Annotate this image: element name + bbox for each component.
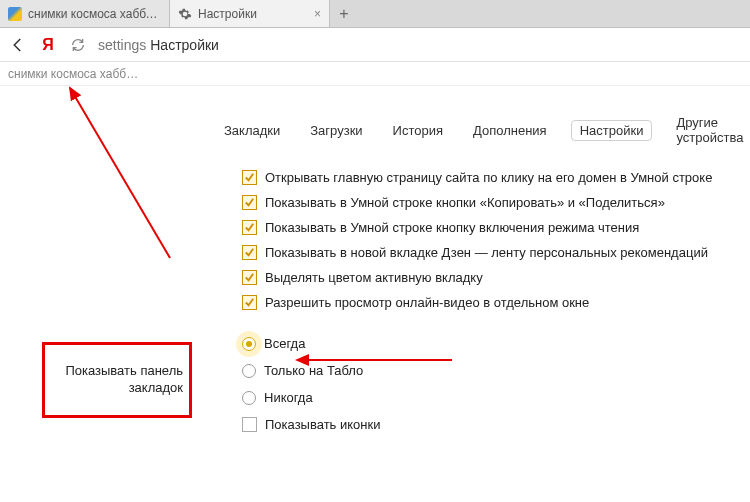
radio-row: Всегда [242,336,740,351]
radio-row: Только на Табло [242,363,740,378]
option-row: Открывать главную страницу сайта по клик… [242,170,740,185]
settings-nav: Закладки Загрузки История Дополнения Нас… [218,112,740,148]
option-row: Показывать в Умной строке кнопку включен… [242,220,740,235]
browser-tab-1[interactable]: Настройки × [170,0,330,27]
image-favicon [8,7,22,21]
checkbox-unchecked[interactable] [242,417,257,432]
close-icon[interactable]: × [314,7,321,21]
radio-label: Всегда [264,336,305,351]
svg-line-0 [70,88,170,258]
option-label: Показывать иконки [265,417,380,432]
option-row: Выделять цветом активную вкладку [242,270,740,285]
nav-bookmarks[interactable]: Закладки [218,120,286,141]
annotation-arrow-1 [60,78,190,268]
section-label-bookmarks-panel: Показывать панель закладок [42,342,192,418]
checkbox-checked[interactable] [242,170,257,185]
option-label: Разрешить просмотр онлайн-видео в отдель… [265,295,589,310]
radio-label: Только на Табло [264,363,363,378]
option-label: Выделять цветом активную вкладку [265,270,483,285]
browser-tab-0[interactable]: снимки космоса хаббл выс… [0,0,170,27]
checkbox-checked[interactable] [242,245,257,260]
toolbar: Я settings Настройки [0,28,750,62]
option-label: Показывать в Умной строке кнопки «Копиро… [265,195,665,210]
option-row: Показывать в новой вкладке Дзен — ленту … [242,245,740,260]
radio-label: Никогда [264,390,313,405]
bookmark-item[interactable]: снимки космоса хабб… [8,67,138,81]
settings-page: Закладки Загрузки История Дополнения Нас… [0,86,750,454]
option-label: Показывать в Умной строке кнопку включен… [265,220,639,235]
radio-tablo-only[interactable] [242,364,256,378]
gear-icon [178,7,192,21]
option-label: Показывать в новой вкладке Дзен — ленту … [265,245,708,260]
option-row: Показывать в Умной строке кнопки «Копиро… [242,195,740,210]
tab-title: снимки космоса хаббл выс… [28,7,161,21]
option-row: Показывать иконки [242,417,740,432]
checkbox-checked[interactable] [242,270,257,285]
address-path: Настройки [150,37,219,53]
radio-never[interactable] [242,391,256,405]
back-button[interactable] [8,35,28,55]
address-bar[interactable]: settings Настройки [98,37,742,53]
option-row: Разрешить просмотр онлайн-видео в отдель… [242,295,740,310]
checkbox-checked[interactable] [242,220,257,235]
radio-always[interactable] [242,337,256,351]
tab-title: Настройки [198,7,308,21]
yandex-logo[interactable]: Я [38,35,58,55]
radio-row: Никогда [242,390,740,405]
checkbox-checked[interactable] [242,295,257,310]
new-tab-button[interactable]: + [330,0,358,27]
options-group: Открывать главную страницу сайта по клик… [242,170,740,310]
nav-addons[interactable]: Дополнения [467,120,553,141]
radio-group-bookmarks-panel: Всегда Только на Табло Никогда Показыват… [242,336,740,432]
checkbox-checked[interactable] [242,195,257,210]
nav-devices[interactable]: Другие устройства [670,112,749,148]
tab-bar: снимки космоса хаббл выс… Настройки × + [0,0,750,28]
option-label: Открывать главную страницу сайта по клик… [265,170,712,185]
address-prefix: settings [98,37,146,53]
bookmark-bar: снимки космоса хабб… [0,62,750,86]
nav-settings[interactable]: Настройки [571,120,653,141]
nav-downloads[interactable]: Загрузки [304,120,368,141]
reload-button[interactable] [68,35,88,55]
nav-history[interactable]: История [387,120,449,141]
